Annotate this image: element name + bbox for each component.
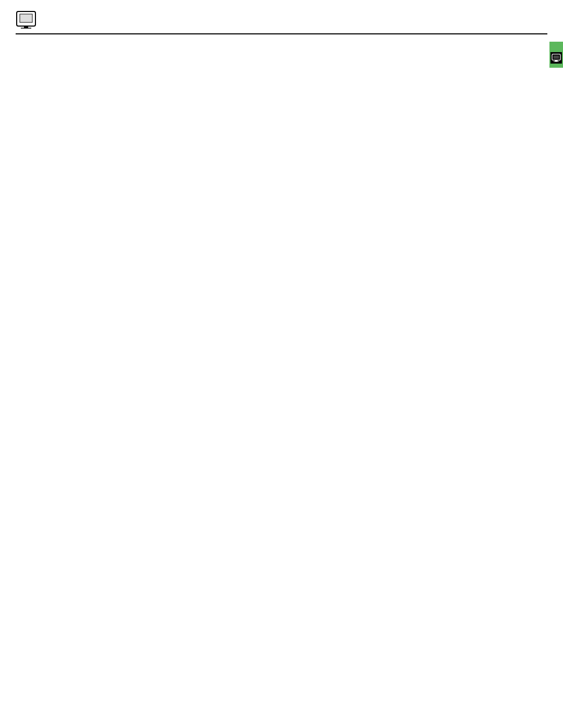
right-sidebar bbox=[549, 42, 563, 68]
col1 bbox=[16, 43, 276, 51]
svg-rect-5 bbox=[554, 56, 559, 59]
two-col bbox=[16, 43, 547, 51]
page-wrapper bbox=[0, 0, 563, 61]
sidebar-icon bbox=[550, 52, 562, 64]
header-icon bbox=[16, 10, 36, 29]
col2 bbox=[287, 43, 547, 51]
svg-rect-1 bbox=[20, 14, 32, 22]
header bbox=[16, 10, 547, 34]
